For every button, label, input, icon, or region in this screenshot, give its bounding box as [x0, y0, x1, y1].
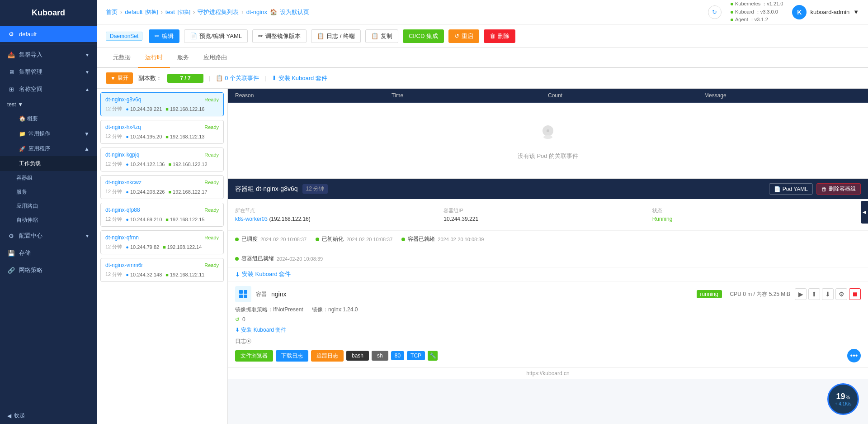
- network-speed: + 4.1K/s: [835, 401, 852, 406]
- pod-name: dt-nginx-qfrnn: [105, 234, 139, 241]
- network-unit: %: [846, 395, 850, 400]
- sidebar-item-common-ops[interactable]: 📁 常用操作 ▼: [0, 126, 97, 141]
- pod-host-ip: ■ 192.168.122.11: [165, 271, 204, 278]
- container-group-actions: 📄 Pod YAML 🗑 删除容器组: [769, 183, 861, 195]
- svg-point-1: [543, 135, 552, 139]
- edit-button[interactable]: ✏ 编辑: [149, 29, 179, 43]
- namespace-name: test: [7, 101, 16, 108]
- pod-card[interactable]: dt-nginx-g8v6q Ready 12 分钟 ● 10.244.39.2…: [100, 92, 224, 116]
- copy-button[interactable]: 📋 复制: [365, 29, 398, 43]
- port-badge: 80: [391, 351, 404, 360]
- sidebar-logo: Kuboard: [0, 0, 97, 26]
- settings-icon-btn[interactable]: ⚙: [835, 288, 847, 300]
- pod-status: Ready: [204, 262, 219, 268]
- sidebar-item-workload[interactable]: 工作负载: [0, 156, 97, 171]
- pod-card[interactable]: dt-nginx-nkcwz Ready 12 分钟 ● 10.244.203.…: [100, 175, 224, 199]
- sidebar-item-default[interactable]: ⚙ default: [0, 26, 97, 42]
- breadcrumb-dt-nginx[interactable]: dt-nginx: [246, 9, 267, 15]
- condition-item: 容器已就绪 2024-02-20 10:08:39: [401, 235, 484, 243]
- sidebar-item-container-group[interactable]: 容器组: [0, 171, 97, 185]
- sidebar-item-storage[interactable]: 💾 存储: [0, 244, 97, 262]
- sidebar-collapse-btn[interactable]: ◀ 收起: [0, 407, 97, 424]
- topbar-right: ↻ Kubernetes ：v1.21.0 Kuboard ：v3.3.0.0 …: [708, 0, 859, 24]
- download-log-button[interactable]: 下载日志: [276, 350, 308, 362]
- version-info: Kubernetes ：v1.21.0 Kuboard ：v3.3.0.0 Ag…: [731, 0, 783, 24]
- event-count-link[interactable]: 📋 0 个关联事件: [216, 74, 259, 82]
- namespace-selector[interactable]: test ▼: [0, 98, 97, 111]
- sidebar-item-service[interactable]: 服务: [0, 185, 97, 199]
- breadcrumb-daemonset-list[interactable]: 守护进程集列表: [198, 8, 239, 16]
- tab-metadata[interactable]: 元数据: [106, 48, 138, 68]
- pod-yaml-button[interactable]: 📄 Pod YAML: [769, 183, 813, 195]
- expand-button[interactable]: ▼ 展开: [106, 72, 133, 84]
- tab-service[interactable]: 服务: [170, 48, 196, 68]
- host-ip-icon: ■: [165, 217, 169, 222]
- logs-button[interactable]: 📋 日志 / 终端: [311, 29, 361, 43]
- user-menu[interactable]: K kuboard-admin ▼: [792, 5, 859, 19]
- restart-button[interactable]: ↺ 重启: [448, 29, 479, 43]
- install-kuboard-container[interactable]: ⬇ 安装 Kuboard 套件: [235, 326, 861, 334]
- container-icon: [235, 286, 251, 302]
- col-time: Time: [392, 92, 548, 99]
- pod-name: dt-nginx-nkcwz: [105, 179, 142, 186]
- bash-button[interactable]: bash: [346, 351, 369, 361]
- adjust-image-button[interactable]: ✏ 调整镜像版本: [252, 29, 307, 43]
- cpu-memory-info: CPU 0 m / 内存 5.25 MiB: [730, 291, 790, 298]
- file-browser-button[interactable]: 文件浏览器: [235, 350, 273, 362]
- delete-button[interactable]: 🗑 删除: [484, 29, 515, 43]
- breadcrumb-default[interactable]: default: [125, 9, 142, 15]
- condition-dot: [316, 238, 319, 241]
- download-icon-btn[interactable]: ⬇: [822, 288, 834, 300]
- sidebar-item-apps[interactable]: 🚀 应用程序 ▲: [0, 141, 97, 156]
- collapse-icon: ◀: [7, 413, 11, 419]
- container-section: 容器 nginx running CPU 0 m / 内存 5.25 MiB ▶…: [228, 281, 868, 367]
- user-name: kuboard-admin: [810, 9, 849, 15]
- sep2: ›: [161, 9, 163, 15]
- sidebar-item-autoscale[interactable]: 自动伸缩: [0, 213, 97, 227]
- status-value: Running: [652, 216, 861, 222]
- breadcrumb-test-tag[interactable]: [切换]: [178, 9, 190, 15]
- upload-icon-btn[interactable]: ⬆: [808, 288, 820, 300]
- sh-button[interactable]: sh: [372, 351, 388, 361]
- col-reason: Reason: [235, 92, 392, 99]
- cicd-button[interactable]: CI/CD 集成: [403, 29, 444, 43]
- user-dropdown-icon: ▼: [853, 9, 859, 15]
- sidebar-item-config[interactable]: ⚙ 配置中心 ▼: [0, 227, 97, 244]
- delete-container-group-button[interactable]: 🗑 删除容器组: [816, 183, 861, 195]
- home-icon: 🏠: [19, 115, 26, 122]
- install-kuboard-link2[interactable]: ⬇ 安装 Kuboard 套件: [235, 270, 861, 278]
- sidebar-item-overview[interactable]: 🏠 概要: [0, 111, 97, 126]
- node-link[interactable]: k8s-worker03: [235, 216, 268, 222]
- content-body: dt-nginx-g8v6q Ready 12 分钟 ● 10.244.39.2…: [97, 89, 868, 424]
- pod-card[interactable]: dt-nginx-vmm6r Ready 12 分钟 ● 10.244.32.1…: [100, 258, 224, 282]
- breadcrumb-home[interactable]: 首页: [106, 8, 118, 16]
- preview-yaml-button[interactable]: 📄 预览/编辑 YAML: [184, 29, 248, 43]
- pod-card[interactable]: dt-nginx-kgpjq Ready 12 分钟 ● 10.244.122.…: [100, 148, 224, 172]
- workload-label: 工作负载: [19, 160, 41, 167]
- sidebar-expand-tab[interactable]: ◀: [861, 201, 868, 224]
- pod-card[interactable]: dt-nginx-qfp88 Ready 12 分钟 ● 10.244.69.2…: [100, 203, 224, 227]
- terminal-icon-btn[interactable]: ▶: [795, 288, 807, 300]
- stop-icon-btn[interactable]: ⏹: [849, 288, 861, 300]
- trace-log-button[interactable]: 追踪日志: [311, 350, 344, 362]
- pod-container-ip: ● 10.244.195.20: [126, 133, 162, 140]
- pod-card[interactable]: dt-nginx-hx4zq Ready 12 分钟 ● 10.244.195.…: [100, 120, 224, 144]
- install-kuboard-link[interactable]: ⬇ 安装 Kuboard 套件: [272, 74, 327, 82]
- pod-card[interactable]: dt-nginx-qfrnn Ready 12 分钟 ● 10.244.79.8…: [100, 230, 224, 254]
- sidebar-item-app-route[interactable]: 应用路由: [0, 199, 97, 213]
- sidebar-item-cluster-mgmt[interactable]: 🖥 集群管理 ▼: [0, 63, 97, 81]
- breadcrumb-test[interactable]: test: [165, 9, 175, 15]
- sidebar-item-network[interactable]: 🔗 网络策略: [0, 262, 97, 279]
- refresh-button[interactable]: ↻: [708, 5, 722, 19]
- tab-runtime[interactable]: 运行时: [138, 48, 170, 68]
- daemonset-type-label: DaemonSet: [106, 32, 142, 41]
- breadcrumb-set-default[interactable]: 设为默认页: [280, 8, 309, 16]
- sidebar-item-cluster-import[interactable]: 📥 集群导入 ▼: [0, 46, 97, 63]
- sidebar-item-namespace[interactable]: ⊞ 名称空间 ▲: [0, 81, 97, 98]
- breadcrumb-default-tag[interactable]: [切换]: [145, 9, 158, 15]
- download-icon: ⬇: [272, 75, 277, 81]
- svg-point-2: [547, 129, 549, 132]
- tab-app-route[interactable]: 应用路由: [196, 48, 234, 68]
- more-button[interactable]: •••: [847, 349, 861, 362]
- tool-icon[interactable]: 🔧: [428, 351, 438, 361]
